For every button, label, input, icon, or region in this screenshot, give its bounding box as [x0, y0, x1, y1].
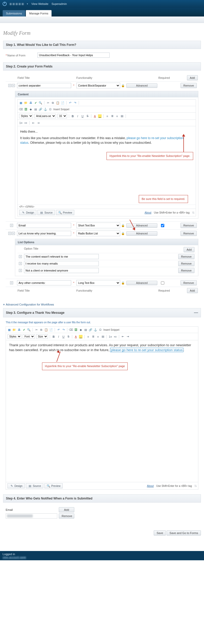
styles-select[interactable]: Styles	[19, 114, 33, 118]
field-title-input[interactable]	[17, 280, 71, 285]
advanced-button[interactable]: Advanced	[126, 231, 157, 236]
remove-field-button[interactable]: Remove	[181, 223, 197, 228]
save-go-button[interactable]: Save and Go to Forms	[167, 530, 201, 536]
advanced-button[interactable]: Advanced	[126, 281, 157, 285]
remove-email-button[interactable]: Remove	[59, 513, 74, 519]
spellcheck-icon[interactable]: ✔	[34, 101, 37, 105]
save-button[interactable]: Save	[154, 530, 166, 536]
table-icon[interactable]: ▤	[84, 328, 87, 332]
font-select[interactable]: Font	[23, 334, 35, 339]
image-icon[interactable]: 🖼	[24, 107, 28, 111]
functionality-select[interactable]: Long Text Box	[76, 280, 120, 286]
preview-tab[interactable]: 🔍Preview	[44, 483, 63, 488]
table-icon[interactable]: ▤	[34, 107, 37, 111]
cut-icon[interactable]: ✂	[35, 328, 38, 332]
textcolor-icon[interactable]: A	[74, 335, 78, 338]
functionality-select[interactable]: Radio Button List	[76, 231, 120, 236]
align-right-icon[interactable]: ≡	[115, 114, 119, 118]
paste-word-icon[interactable]: 📄	[61, 101, 64, 105]
option-handle[interactable]: ⁝	[19, 255, 22, 258]
link-icon[interactable]: 🔗	[89, 328, 92, 332]
styles-select[interactable]: Styles	[7, 334, 21, 339]
folder-icon[interactable]: 📁	[24, 101, 28, 105]
option-input[interactable]	[24, 261, 99, 266]
editor-content[interactable]: Hello there... It looks like you have un…	[18, 126, 196, 205]
page-icon[interactable]: ▦	[19, 101, 23, 105]
outdent-icon[interactable]: ⇤	[31, 121, 35, 125]
folder-icon[interactable]: 📁	[12, 328, 16, 332]
underline-icon[interactable]: U	[62, 335, 65, 338]
indent-icon[interactable]: ⇥	[36, 121, 40, 125]
print-icon[interactable]: 🖶	[29, 101, 32, 105]
find-icon[interactable]: 🔍	[39, 101, 42, 105]
media-icon[interactable]: ◆	[29, 107, 32, 111]
size-select[interactable]: 16	[57, 114, 67, 118]
align-left-icon[interactable]: ≡	[86, 335, 90, 338]
bold-icon[interactable]: B	[52, 335, 55, 338]
copy-icon[interactable]: ⧉	[39, 328, 43, 332]
name-of-form-input[interactable]	[37, 53, 110, 58]
erase-icon[interactable]: ⌫	[69, 328, 73, 332]
align-center-icon[interactable]: ≣	[110, 114, 114, 118]
remove-option-button[interactable]: Remove	[178, 261, 194, 266]
tab-submissions[interactable]: Submissions	[3, 10, 25, 16]
image-icon[interactable]: 🖼	[74, 328, 78, 332]
about-link[interactable]: About	[147, 485, 154, 487]
add-option-button[interactable]: Add	[184, 247, 194, 252]
find-icon[interactable]: 🔍	[27, 328, 31, 332]
font-select[interactable]: Arial,sans-se	[34, 114, 56, 118]
field-title-input[interactable]	[17, 223, 71, 228]
cut-icon[interactable]: ✂	[46, 101, 50, 105]
redo-icon[interactable]: ↷	[73, 101, 77, 105]
align-left-icon[interactable]: ≡	[105, 114, 109, 118]
source-tab[interactable]: ▤Source	[37, 210, 55, 215]
add-field-button[interactable]: Add	[187, 75, 198, 80]
copy-icon[interactable]: ⧉	[51, 101, 55, 105]
superadmin-link[interactable]: Superadmin	[52, 2, 67, 5]
remove-field-button[interactable]: Remove	[181, 280, 197, 285]
ul-icon[interactable]: •≡	[24, 121, 28, 125]
field-title-input[interactable]	[17, 83, 71, 88]
align-full-icon[interactable]: ▤	[101, 335, 105, 338]
textcolor-icon[interactable]: A	[93, 114, 97, 118]
remove-option-button[interactable]: Remove	[178, 254, 194, 259]
redo-icon[interactable]: ↷	[62, 328, 65, 332]
option-input[interactable]	[24, 254, 99, 259]
print-icon[interactable]: 🖶	[17, 328, 21, 332]
link-icon[interactable]: 🔗	[39, 107, 42, 111]
highlight-icon[interactable]: ▁	[98, 114, 102, 118]
power-icon[interactable]	[3, 2, 7, 6]
required-checkbox[interactable]	[161, 224, 164, 227]
row-handle[interactable]: ⁝−	[7, 84, 16, 87]
paste-icon[interactable]: 📋	[56, 101, 60, 105]
anchor-icon[interactable]: ⚓	[94, 328, 97, 332]
outdent-icon[interactable]: ⇤	[121, 335, 125, 338]
strike-icon[interactable]: S̶	[67, 335, 70, 338]
remove-option-button[interactable]: Remove	[178, 268, 194, 273]
align-center-icon[interactable]: ≣	[91, 335, 95, 338]
row-handle[interactable]: ⁝	[7, 281, 16, 284]
ol-icon[interactable]: 1≡	[109, 335, 112, 338]
ul-icon[interactable]: •≡	[113, 335, 117, 338]
resize-handle-icon[interactable]	[192, 211, 194, 214]
italic-icon[interactable]: I	[76, 114, 79, 118]
advanced-button[interactable]: Advanced	[126, 223, 157, 228]
paste-word-icon[interactable]: 📄	[49, 328, 53, 332]
remove-field-button[interactable]: Remove	[181, 231, 197, 236]
italic-icon[interactable]: I	[57, 335, 60, 338]
insert-snippet-button[interactable]: Insert Snippet	[103, 328, 119, 331]
reset-subscription-link[interactable]: please go here to re-set your subscripti…	[110, 348, 183, 352]
size-select[interactable]: Size	[36, 334, 48, 339]
option-input[interactable]	[24, 268, 99, 273]
advanced-button[interactable]: Advanced	[126, 83, 157, 88]
anchor-icon[interactable]: ⚓	[44, 107, 47, 111]
media-icon[interactable]: ◆	[79, 328, 83, 332]
align-full-icon[interactable]: ▤	[120, 114, 124, 118]
tab-manage-forms[interactable]: Manage Forms	[26, 10, 52, 16]
page-icon[interactable]: ▦	[7, 328, 11, 332]
chevron-down-icon[interactable]: ▾	[27, 3, 28, 5]
align-right-icon[interactable]: ≡	[96, 335, 100, 338]
footer-account-link[interactable]: view account page	[3, 556, 26, 559]
row-handle[interactable]: ⁝	[7, 224, 16, 227]
erase-icon[interactable]: ⌫	[19, 107, 23, 111]
